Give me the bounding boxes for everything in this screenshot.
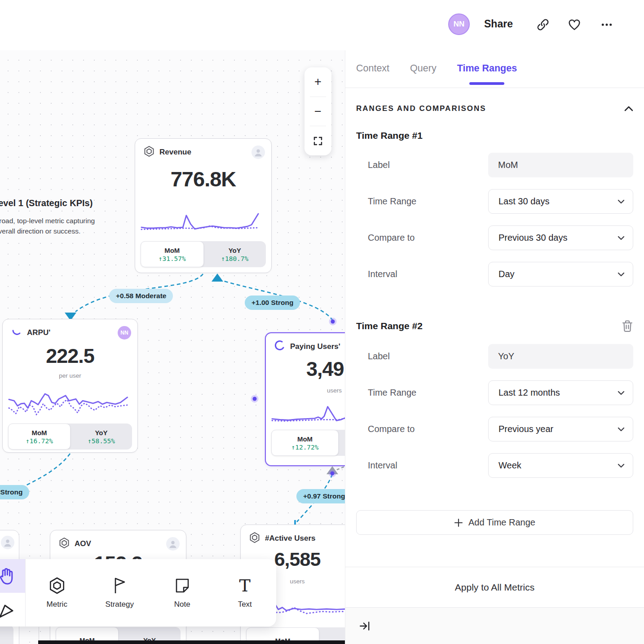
favorite-heart-icon[interactable]: [568, 18, 581, 31]
canvas-note-title[interactable]: Level 1 (Strategic KPIs): [0, 198, 93, 208]
correlation-badge[interactable]: 66 Strong: [0, 485, 29, 499]
fit-view-button[interactable]: [304, 126, 331, 155]
canvas-toolbar: Metric Strategy Note T: [0, 559, 276, 626]
comparison-toggle: MoM ↑16.72% YoY ↑58.55%: [8, 423, 132, 450]
range-2-title: Time Range #2: [356, 321, 423, 331]
avatar: [1, 536, 14, 549]
toggle-label: MoM: [31, 429, 47, 437]
tab-context[interactable]: Context: [356, 63, 389, 88]
canvas-note-body[interactable]: Broad, top-level metric capturing overal…: [0, 216, 108, 237]
range-1-title: Time Range #1: [356, 130, 423, 141]
share-button[interactable]: Share: [484, 18, 513, 30]
app-window: +0.58 Moderate +1.00 Strong 66 Strong +0…: [0, 0, 644, 644]
tool-label: Metric: [47, 600, 67, 609]
card-title: Revenue: [159, 148, 191, 157]
metric-tree-canvas[interactable]: +0.58 Moderate +1.00 Strong 66 Strong +0…: [0, 0, 345, 644]
cursor-icon: [0, 601, 14, 618]
toggle-label: MoM: [164, 247, 180, 254]
apply-to-all-metrics-button[interactable]: Apply to All Metrics: [345, 567, 644, 607]
panel-tabs: Context Query Time Ranges: [345, 50, 644, 88]
tool-label: Strategy: [106, 600, 134, 609]
user-avatar[interactable]: NN: [448, 13, 470, 35]
zoom-out-button[interactable]: −: [304, 97, 331, 126]
comparison-toggle: MoM ↑31.57% YoY ↑180.7%: [141, 241, 266, 267]
metric-hexagon-icon: [249, 532, 260, 545]
add-time-range-button[interactable]: Add Time Range: [356, 510, 633, 535]
card-edge-line: [39, 627, 39, 640]
range-1-time-range-select[interactable]: Last 30 days: [488, 189, 633, 214]
field-label: Interval: [356, 460, 488, 471]
range-2-interval-select[interactable]: Week: [488, 453, 633, 478]
section-title: RANGES AND COMPARISONS: [356, 104, 486, 113]
range-2-compare-select[interactable]: Previous year: [488, 417, 633, 441]
correlation-badge[interactable]: +0.97 Strong: [296, 489, 352, 503]
mom-toggle[interactable]: MoM ↑12.72%: [271, 430, 339, 456]
settings-side-panel: Context Query Time Ranges RANGES AND COM…: [345, 50, 644, 644]
metric-card-revenue[interactable]: Revenue 776.8K MoM ↑31.57% YoY ↑180.7%: [135, 138, 272, 273]
range-2-time-range-select[interactable]: Last 12 months: [488, 380, 633, 405]
more-options-icon[interactable]: [600, 18, 613, 31]
note-tool-button[interactable]: Note: [151, 559, 214, 626]
field-label: Compare to: [356, 424, 488, 434]
select-tool-button[interactable]: [0, 593, 25, 626]
loading-spinner-icon: [274, 340, 286, 353]
toolbar-pointer-tools: [0, 559, 26, 626]
screen-edge-strip: [38, 640, 345, 644]
chevron-down-icon: [618, 391, 625, 395]
metric-hexagon-icon: [58, 537, 70, 551]
range-2-label-input[interactable]: [488, 344, 633, 369]
zoom-controls: + −: [304, 67, 331, 155]
note-icon: [173, 577, 191, 595]
strategy-tool-button[interactable]: Strategy: [88, 559, 151, 626]
mom-toggle[interactable]: MoM ↑31.57%: [141, 241, 204, 267]
metric-card-arpu[interactable]: ARPU' NN 222.5 per user MoM ↑16.72% YoY …: [2, 319, 138, 453]
field-label: Time Range: [356, 196, 488, 207]
toolbar-insert-tools: Metric Strategy Note T: [26, 559, 276, 626]
selected-value: Previous 30 days: [498, 233, 567, 243]
selected-value: Day: [498, 269, 515, 279]
toggle-value: ↑12.72%: [291, 444, 318, 451]
mom-toggle[interactable]: MoM ↑16.72%: [8, 423, 71, 450]
toggle-value: ↑58.55%: [88, 437, 115, 445]
chevron-down-icon: [618, 272, 625, 277]
app-header: NN Share: [0, 0, 644, 50]
range-1-interval-select[interactable]: Day: [488, 262, 633, 287]
selected-value: Week: [498, 460, 521, 471]
comparison-toggle: [0, 625, 13, 644]
collapse-chevron-up-icon[interactable]: [624, 106, 633, 111]
card-title: AOV: [75, 539, 91, 548]
toggle-label: YoY: [229, 247, 241, 254]
correlation-badge[interactable]: +0.58 Moderate: [109, 289, 173, 303]
panel-content: RANGES AND COMPARISONS Time Range #1 Lab…: [345, 104, 644, 535]
field-label: Label: [356, 351, 488, 362]
yoy-toggle[interactable]: YoY ↑180.7%: [204, 241, 266, 267]
avatar[interactable]: [251, 146, 265, 159]
collapse-panel-button[interactable]: [359, 620, 371, 632]
panel-bottom-bar: [345, 607, 644, 644]
yoy-toggle[interactable]: YoY ↑58.55%: [71, 423, 132, 450]
tab-query[interactable]: Query: [410, 63, 437, 88]
avatar[interactable]: [166, 537, 180, 551]
hand-icon: [0, 567, 14, 585]
metric-hexagon-icon: [48, 577, 66, 595]
range-1-compare-select[interactable]: Previous 30 days: [488, 225, 633, 250]
panel-footer: Apply to All Metrics: [345, 567, 644, 644]
delete-trash-icon[interactable]: [622, 320, 633, 332]
selected-value: Last 12 months: [498, 388, 560, 398]
range-1-label-input[interactable]: [488, 153, 633, 177]
text-tool-button[interactable]: T Text: [214, 559, 277, 626]
field-label: Interval: [356, 269, 488, 279]
card-title: ARPU': [27, 328, 50, 337]
copy-link-icon[interactable]: [536, 18, 550, 31]
plus-icon: [454, 518, 463, 527]
tab-time-ranges[interactable]: Time Ranges: [457, 63, 517, 88]
zoom-in-button[interactable]: +: [304, 67, 331, 97]
hand-tool-button[interactable]: [0, 559, 25, 593]
metric-tool-button[interactable]: Metric: [26, 559, 88, 626]
add-time-range-label: Add Time Range: [468, 517, 535, 528]
avatar[interactable]: NN: [118, 326, 131, 340]
loading-spinner-icon: [11, 326, 22, 340]
metric-hexagon-icon: [143, 146, 155, 159]
correlation-badge[interactable]: +1.00 Strong: [245, 296, 300, 310]
chevron-down-icon: [618, 427, 625, 432]
